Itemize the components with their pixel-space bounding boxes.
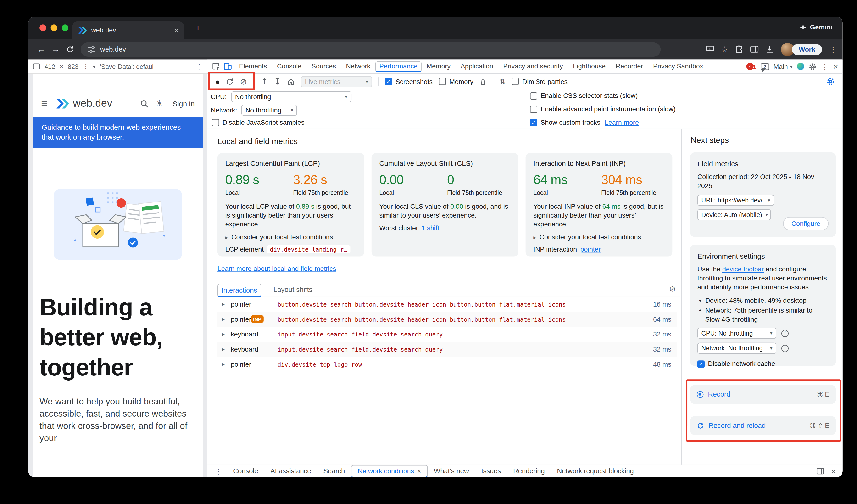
record-and-reload-button[interactable]	[226, 78, 234, 85]
network-throttling-select[interactable]: No throttling ▾	[242, 105, 297, 116]
env-network-select[interactable]: Network: No throttling ▾	[698, 343, 776, 354]
downloads-icon[interactable]	[766, 45, 774, 53]
side-panel-icon[interactable]	[750, 46, 759, 53]
viewport-width[interactable]: 412	[45, 63, 55, 70]
device-select[interactable]: Device: Auto (Mobile) ▾	[698, 209, 771, 220]
forward-button[interactable]: →	[48, 42, 63, 56]
tab-elements[interactable]: Elements	[234, 60, 272, 74]
url-select[interactable]: URL: https://web.dev/ ▾	[698, 195, 774, 206]
profile-chip[interactable]: Work	[781, 43, 822, 56]
install-icon[interactable]	[706, 46, 714, 53]
drawer-close-icon[interactable]: ×	[831, 467, 836, 476]
clear-button[interactable]: ⊘	[240, 77, 247, 87]
tab-network[interactable]: Network	[341, 60, 375, 74]
site-logo[interactable]: web.dev	[55, 97, 112, 110]
back-button[interactable]: ←	[34, 42, 48, 56]
network-throttle-select[interactable]: 'Save-Data': defaul	[100, 63, 192, 70]
garbage-collect-icon[interactable]	[480, 78, 487, 85]
drawer-whats-new[interactable]: What's new	[428, 465, 475, 477]
cpu-throttling-select[interactable]: No throttling ▾	[231, 91, 351, 102]
inp-disclosure[interactable]: ▸ Consider your local test conditions	[533, 233, 665, 241]
interaction-row[interactable]: ▸ pointer button.devsite-search-button.d…	[217, 297, 677, 312]
tab-sources[interactable]: Sources	[306, 60, 341, 74]
dock-side-icon[interactable]	[817, 468, 824, 474]
site-settings-icon[interactable]	[87, 45, 95, 53]
devtools-settings-gear-icon[interactable]	[809, 63, 817, 71]
expand-caret-icon[interactable]: ▸	[222, 361, 225, 367]
configure-button[interactable]: Configure	[783, 217, 829, 231]
close-window-button[interactable]	[39, 24, 46, 31]
expand-caret-icon[interactable]: ▸	[222, 331, 225, 337]
load-profile-icon[interactable]: ↧	[274, 77, 281, 87]
expand-caret-icon[interactable]: ▸	[222, 301, 225, 307]
custom-tracks-checkbox[interactable]: ✓ Show custom tracks	[530, 118, 600, 127]
tab-recorder[interactable]: Recorder	[610, 60, 648, 74]
context-selector[interactable]: Main ▾	[773, 63, 793, 71]
drawer-rendering[interactable]: Rendering	[507, 465, 551, 477]
inp-pointer-link[interactable]: pointer	[581, 245, 601, 253]
device-toolbar-toggle-icon[interactable]	[223, 62, 232, 71]
drawer-network-request-blocking[interactable]: Network request blocking	[551, 465, 640, 477]
tab-memory[interactable]: Memory	[422, 60, 456, 74]
save-profile-icon[interactable]: ↥	[261, 77, 268, 87]
viewport-height[interactable]: 823	[68, 63, 79, 70]
sign-in-link[interactable]: Sign in	[172, 99, 195, 108]
learn-more-metrics-link[interactable]: Learn more about local and field metrics	[217, 265, 336, 273]
reload-button[interactable]	[63, 42, 77, 56]
tab-interactions[interactable]: Interactions	[217, 284, 261, 297]
record-and-reload-row[interactable]: Record and reload ⌘ ⇧ E	[690, 416, 836, 435]
tab-lighthouse[interactable]: Lighthouse	[568, 60, 610, 74]
viewport-size-icon[interactable]	[33, 63, 40, 70]
theme-toggle-icon[interactable]: ☀	[155, 98, 163, 108]
drawer-network-conditions[interactable]: Network conditions ×	[351, 465, 427, 477]
home-icon[interactable]	[287, 78, 295, 85]
expand-caret-icon[interactable]: ▸	[222, 316, 225, 322]
tab-application[interactable]: Application	[455, 60, 498, 74]
tab-layout-shifts[interactable]: Layout shifts	[273, 284, 313, 297]
devtools-menu-icon[interactable]: ⋮	[821, 62, 829, 71]
env-cpu-select[interactable]: CPU: No throttling ▾	[698, 327, 776, 339]
drawer-console[interactable]: Console	[227, 465, 264, 477]
browser-tab[interactable]: web.dev ×	[72, 21, 184, 39]
cls-shift-link[interactable]: 1 shift	[421, 224, 439, 232]
interaction-row[interactable]: ▸ keyboard input.devsite-search-field.de…	[217, 327, 677, 342]
interaction-row[interactable]: ▸ pointer INP button.devsite-search-butt…	[217, 312, 677, 327]
tab-performance[interactable]: Performance	[375, 61, 421, 72]
record-row[interactable]: Record ⌘ E	[690, 385, 836, 404]
paint-instrumentation-checkbox[interactable]: Enable advanced paint instrumentation (s…	[530, 105, 676, 113]
disable-cache-checkbox[interactable]: ✓ Disable network cache	[698, 360, 829, 368]
lcp-disclosure[interactable]: ▸ Consider your local test conditions	[225, 233, 356, 241]
info-icon[interactable]: i	[782, 330, 789, 337]
device-toolbar-link[interactable]: device toolbar	[722, 265, 764, 273]
tab-privacy-security[interactable]: Privacy and security	[498, 60, 568, 74]
site-banner[interactable]: Guidance to build modern web experiences…	[33, 117, 203, 148]
learn-more-link[interactable]: Learn more	[605, 118, 639, 127]
issues-icon[interactable]: 2	[760, 63, 769, 70]
interaction-row[interactable]: ▸ pointer div.devsite-top-logo-row 48 ms	[217, 357, 677, 372]
extensions-icon[interactable]	[735, 45, 743, 53]
css-stats-checkbox[interactable]: Enable CSS selector stats (slow)	[530, 92, 638, 100]
bookmark-star-icon[interactable]: ☆	[721, 45, 728, 54]
devtools-close-icon[interactable]: ×	[833, 62, 838, 71]
address-bar[interactable]: web.dev	[81, 42, 660, 56]
drawer-ai-assistance[interactable]: AI assistance	[264, 465, 317, 477]
minimize-window-button[interactable]	[51, 24, 57, 31]
hamburger-menu-icon[interactable]: ≡	[41, 97, 47, 110]
dim-3rd-parties-checkbox[interactable]: Dim 3rd parties	[512, 78, 568, 85]
interaction-row[interactable]: ▸ keyboard input.devsite-search-field.de…	[217, 342, 677, 357]
new-tab-button[interactable]: +	[192, 22, 204, 34]
throughput-icon[interactable]: ⇅	[500, 77, 506, 86]
gemini-chip[interactable]: Gemini	[800, 23, 833, 31]
memory-checkbox[interactable]: Memory	[439, 78, 473, 85]
live-metrics-select[interactable]: Live metrics ▾	[301, 76, 372, 87]
screenshots-checkbox[interactable]: ✓ Screenshots	[385, 78, 433, 85]
drawer-issues[interactable]: Issues	[475, 465, 507, 477]
dpr-icon[interactable]: ⋮	[83, 63, 88, 70]
rotate-icon[interactable]: ▾	[93, 64, 96, 69]
error-indicator[interactable]: × 1	[746, 63, 756, 70]
clear-interactions-icon[interactable]: ⊘	[669, 284, 676, 293]
capture-settings-gear-icon[interactable]	[826, 77, 835, 86]
inspect-icon[interactable]	[212, 62, 220, 71]
browser-menu-icon[interactable]: ⋮	[829, 45, 837, 54]
lcp-element-chip[interactable]: div.devsite-landing-row-ite…	[267, 245, 351, 253]
